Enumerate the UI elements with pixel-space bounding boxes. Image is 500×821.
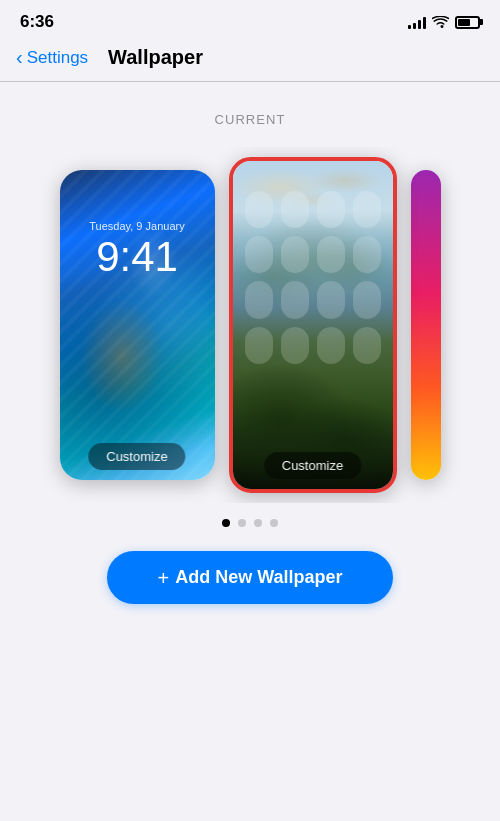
wifi-icon: [432, 16, 449, 29]
status-icons: [408, 15, 480, 29]
app-icon: [245, 327, 273, 364]
app-icon: [353, 236, 381, 273]
back-label: Settings: [27, 48, 88, 68]
add-wallpaper-label: Add New Wallpaper: [175, 567, 342, 588]
app-icon: [317, 236, 345, 273]
app-icon: [281, 281, 309, 318]
carousel-track: Tuesday, 9 January 9:41 Customize: [20, 147, 481, 503]
wallpaper-carousel: Tuesday, 9 January 9:41 Customize: [0, 147, 500, 503]
pagination-dot-1: [222, 519, 230, 527]
pagination-dots: [222, 519, 278, 527]
status-time: 6:36: [20, 12, 54, 32]
app-icon: [353, 281, 381, 318]
lock-screen-info: Tuesday, 9 January 9:41: [60, 220, 215, 280]
app-icon: [353, 191, 381, 228]
lock-date: Tuesday, 9 January: [60, 220, 215, 232]
signal-icon: [408, 15, 426, 29]
app-icon: [281, 327, 309, 364]
lock-time: 9:41: [60, 234, 215, 280]
app-icon: [317, 327, 345, 364]
app-icon: [317, 191, 345, 228]
app-icon: [281, 236, 309, 273]
main-content: CURRENT Tuesday, 9 January 9:41 Customiz…: [0, 82, 500, 604]
section-label: CURRENT: [215, 112, 286, 127]
wallpaper-card-home[interactable]: Customize: [229, 157, 397, 493]
right-gradient-bg: [411, 170, 441, 480]
battery-icon: [455, 16, 480, 29]
pagination-dot-2: [238, 519, 246, 527]
app-icon: [245, 236, 273, 273]
home-screen-overlay: [233, 161, 393, 489]
pagination-dot-4: [270, 519, 278, 527]
battery-fill: [458, 19, 470, 26]
customize-lock-button[interactable]: Customize: [88, 443, 185, 470]
nature-landscape-bg: [233, 161, 393, 489]
pagination-dot-3: [254, 519, 262, 527]
page-title: Wallpaper: [108, 46, 203, 69]
wallpaper-card-lock[interactable]: Tuesday, 9 January 9:41 Customize: [60, 170, 215, 480]
app-icon: [245, 191, 273, 228]
app-icon: [245, 281, 273, 318]
home-grid: [233, 161, 393, 489]
wallpaper-card-partial[interactable]: [411, 170, 441, 480]
back-chevron-icon: ‹: [16, 47, 23, 67]
app-icon: [353, 327, 381, 364]
app-icon: [281, 191, 309, 228]
nav-bar: ‹ Settings Wallpaper: [0, 38, 500, 81]
app-icon: [317, 281, 345, 318]
blue-marble-bg: [60, 170, 215, 480]
customize-home-button[interactable]: Customize: [264, 452, 361, 479]
status-bar: 6:36: [0, 0, 500, 38]
back-button[interactable]: ‹ Settings: [16, 48, 88, 68]
plus-icon: +: [157, 568, 169, 588]
add-wallpaper-button[interactable]: + Add New Wallpaper: [107, 551, 392, 604]
